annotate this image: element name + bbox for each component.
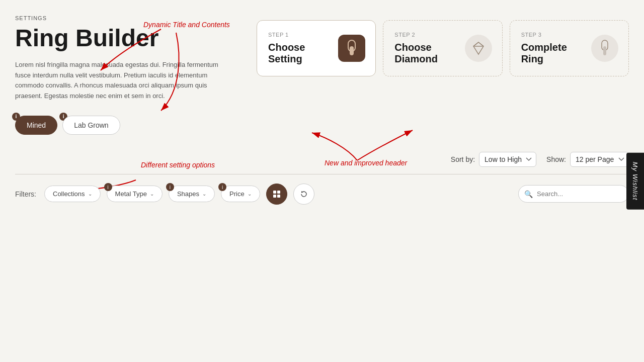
step-3-icon — [591, 35, 618, 62]
shapes-filter-label: Shapes — [177, 190, 199, 198]
step-2-label: STEP 2 — [394, 32, 464, 38]
svg-rect-16 — [277, 195, 280, 198]
settings-label: SETTINGS — [15, 15, 242, 21]
price-info-dot: i — [218, 183, 226, 191]
svg-text:New and improved header: New and improved header — [325, 159, 408, 167]
svg-rect-10 — [603, 46, 606, 55]
page-title: Ring Builder — [15, 25, 242, 52]
step-2-icon — [465, 35, 492, 62]
metal-type-filter-label: Metal Type — [115, 190, 147, 198]
grid-view-button[interactable] — [266, 184, 287, 205]
annotation-header: New and improved header — [297, 128, 448, 170]
step-3-label: STEP 3 — [521, 32, 591, 38]
step-1-title: Choose Setting — [268, 42, 338, 65]
page-wrapper: SETTINGS Ring Builder Lorem nisl fringil… — [0, 0, 644, 362]
sort-by-label: Sort by: — [451, 155, 475, 163]
price-filter[interactable]: i Price ⌄ — [221, 186, 260, 202]
wishlist-sidebar[interactable]: My Wishlist — [626, 153, 644, 210]
filters-label: Filters: — [15, 190, 36, 198]
reset-icon — [300, 190, 308, 198]
sort-select[interactable]: Low to High High to Low — [479, 152, 536, 167]
svg-marker-5 — [473, 42, 484, 54]
toggle-group: i Mined i Lab Grown — [15, 116, 242, 135]
search-input[interactable] — [518, 185, 629, 203]
search-icon: 🔍 — [524, 190, 533, 198]
price-filter-label: Price — [229, 190, 245, 198]
collections-filter[interactable]: Collections ⌄ — [44, 186, 101, 202]
metal-type-chevron-icon: ⌄ — [150, 191, 154, 197]
wishlist-label: My Wishlist — [631, 162, 639, 201]
complete-ring-icon — [597, 39, 612, 57]
price-chevron-icon: ⌄ — [248, 191, 252, 197]
diamond-icon — [470, 40, 487, 56]
header-annotation-svg: New and improved header — [297, 128, 448, 168]
mined-button[interactable]: Mined — [15, 116, 57, 135]
sort-by-group: Sort by: Low to High High to Low — [451, 152, 536, 167]
reset-filter-button[interactable] — [293, 184, 314, 205]
step-3-content: STEP 3 Complete Ring — [521, 32, 591, 65]
shapes-filter[interactable]: i Shapes ⌄ — [169, 186, 215, 202]
svg-rect-4 — [350, 46, 354, 55]
svg-rect-15 — [273, 195, 276, 198]
step-1-content: STEP 1 Choose Setting — [268, 32, 338, 65]
page-description: Lorem nisl fringilla magna malesuada ege… — [15, 60, 231, 102]
top-section: SETTINGS Ring Builder Lorem nisl fringil… — [0, 0, 644, 145]
step-3-card[interactable]: STEP 3 Complete Ring — [510, 20, 629, 76]
svg-rect-13 — [273, 191, 276, 194]
collections-filter-label: Collections — [53, 190, 85, 198]
step-1-icon — [338, 35, 365, 62]
annotation-setting-options: Different setting options — [141, 161, 215, 169]
grid-icon — [273, 190, 281, 198]
ring-icon — [344, 39, 359, 57]
collections-chevron-icon: ⌄ — [88, 191, 92, 197]
svg-line-8 — [478, 42, 484, 46]
show-group: Show: 12 per Page 24 per Page — [546, 152, 629, 167]
step-2-card[interactable]: STEP 2 Choose Diamond — [383, 20, 502, 76]
svg-rect-14 — [277, 191, 280, 194]
step-2-title: Choose Diamond — [394, 42, 464, 65]
filter-bar: Filters: Collections ⌄ i Metal Type ⌄ i … — [0, 174, 644, 214]
step-1-card[interactable]: STEP 1 Choose Setting — [257, 20, 376, 76]
show-select[interactable]: 12 per Page 24 per Page — [570, 152, 629, 167]
show-label: Show: — [546, 155, 566, 163]
search-wrapper: 🔍 — [518, 185, 629, 203]
mined-btn-wrapper: i Mined — [15, 116, 57, 135]
lab-grown-button[interactable]: Lab Grown — [62, 116, 120, 135]
shapes-info-dot: i — [166, 183, 174, 191]
step-2-content: STEP 2 Choose Diamond — [394, 32, 464, 65]
metal-type-filter[interactable]: i Metal Type ⌄ — [107, 186, 163, 202]
shapes-chevron-icon: ⌄ — [202, 191, 206, 197]
left-panel: SETTINGS Ring Builder Lorem nisl fringil… — [15, 15, 242, 135]
svg-line-7 — [473, 42, 478, 46]
step-3-title: Complete Ring — [521, 42, 591, 65]
steps-panel: STEP 1 Choose Setting STEP 2 Choose Diam… — [257, 15, 629, 135]
step-1-label: STEP 1 — [268, 32, 338, 38]
metal-type-info-dot: i — [104, 183, 112, 191]
lab-grown-btn-wrapper: i Lab Grown — [62, 116, 120, 135]
